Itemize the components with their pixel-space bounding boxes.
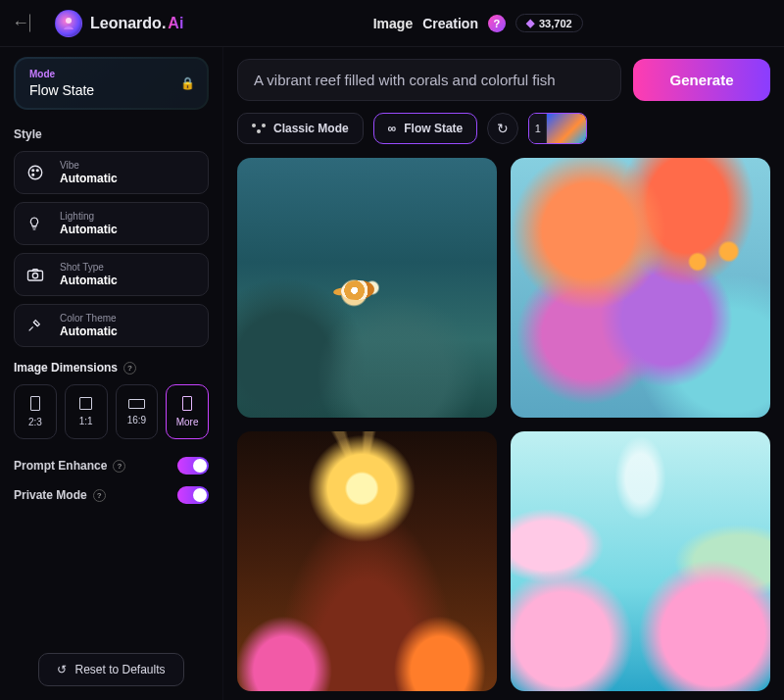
style-lighting-label: Lighting bbox=[60, 211, 118, 223]
prompt-input[interactable]: A vibrant reef filled with corals and co… bbox=[237, 59, 621, 101]
brand-name: Leonardo. bbox=[90, 15, 166, 32]
dim-option-2-3[interactable]: 2:3 bbox=[14, 384, 57, 439]
svg-point-4 bbox=[32, 174, 34, 175]
result-tile[interactable] bbox=[237, 431, 497, 691]
variation-chip[interactable]: 1 bbox=[528, 113, 587, 144]
style-row-color-theme[interactable]: Color Theme Automatic bbox=[14, 304, 209, 347]
refresh-button[interactable]: ↻ bbox=[487, 113, 518, 144]
generate-button[interactable]: Generate bbox=[633, 59, 770, 101]
dim-option-more[interactable]: More bbox=[166, 384, 209, 439]
style-color-label: Color Theme bbox=[60, 313, 118, 325]
dim-option-16-9[interactable]: 16:9 bbox=[116, 384, 159, 439]
private-mode-toggle[interactable] bbox=[177, 486, 209, 504]
brand-logo[interactable]: Leonardo.Ai bbox=[55, 10, 183, 37]
style-row-lighting[interactable]: Lighting Automatic bbox=[14, 202, 209, 245]
info-icon[interactable]: ? bbox=[113, 460, 125, 473]
logo-icon bbox=[55, 10, 82, 37]
lock-icon: 🔒 bbox=[180, 76, 195, 90]
style-color-value: Automatic bbox=[60, 325, 118, 338]
camera-icon bbox=[26, 267, 46, 282]
prompt-enhance-label: Prompt Enhance bbox=[14, 459, 107, 473]
gem-icon: ◆ bbox=[526, 17, 534, 29]
back-button[interactable]: ←⎸ bbox=[12, 13, 45, 33]
variation-count: 1 bbox=[529, 114, 547, 143]
page-title-b: Creation bbox=[422, 16, 478, 31]
info-icon[interactable]: ? bbox=[123, 362, 136, 375]
flow-state-button[interactable]: ∞ Flow State bbox=[373, 113, 478, 144]
style-vibe-label: Vibe bbox=[60, 160, 118, 172]
reset-label: Reset to Defaults bbox=[74, 663, 165, 676]
svg-point-0 bbox=[66, 18, 72, 24]
help-button[interactable]: ? bbox=[488, 15, 506, 32]
mode-card-value: Flow State bbox=[29, 82, 193, 98]
style-lighting-value: Automatic bbox=[60, 223, 118, 236]
svg-point-1 bbox=[28, 166, 42, 179]
grid-icon bbox=[252, 124, 266, 133]
palette-icon bbox=[26, 164, 46, 181]
svg-rect-5 bbox=[28, 271, 43, 280]
style-shot-label: Shot Type bbox=[60, 262, 118, 274]
page-title-a: Image bbox=[373, 16, 413, 31]
reset-defaults-button[interactable]: ↺ Reset to Defaults bbox=[38, 653, 183, 686]
svg-point-2 bbox=[32, 170, 34, 172]
bulb-icon bbox=[26, 215, 46, 232]
style-row-shot-type[interactable]: Shot Type Automatic bbox=[14, 253, 209, 296]
brand-accent: Ai bbox=[168, 15, 183, 32]
dimensions-heading: Image Dimensions bbox=[14, 361, 118, 375]
prompt-enhance-toggle[interactable] bbox=[177, 457, 209, 475]
infinity-icon: ∞ bbox=[388, 122, 397, 135]
classic-mode-button[interactable]: Classic Mode bbox=[237, 113, 364, 144]
svg-point-6 bbox=[32, 274, 37, 278]
style-heading: Style bbox=[14, 127, 209, 141]
token-balance[interactable]: ◆ 33,702 bbox=[515, 14, 583, 32]
mode-card-label: Mode bbox=[29, 69, 193, 79]
private-mode-label: Private Mode bbox=[14, 488, 87, 502]
variation-thumb bbox=[547, 114, 586, 143]
dim-option-1-1[interactable]: 1:1 bbox=[65, 384, 108, 439]
mode-card[interactable]: Mode Flow State 🔒 bbox=[14, 57, 209, 110]
info-icon[interactable]: ? bbox=[93, 489, 106, 502]
style-shot-value: Automatic bbox=[60, 274, 118, 287]
style-vibe-value: Automatic bbox=[60, 172, 118, 185]
token-count: 33,702 bbox=[539, 18, 572, 29]
result-tile[interactable] bbox=[511, 158, 770, 418]
result-tile[interactable] bbox=[237, 158, 497, 418]
eyedropper-icon bbox=[26, 318, 46, 333]
result-tile[interactable] bbox=[511, 431, 770, 691]
refresh-icon: ↺ bbox=[57, 663, 67, 676]
svg-point-3 bbox=[36, 170, 38, 172]
style-row-vibe[interactable]: Vibe Automatic bbox=[14, 151, 209, 194]
